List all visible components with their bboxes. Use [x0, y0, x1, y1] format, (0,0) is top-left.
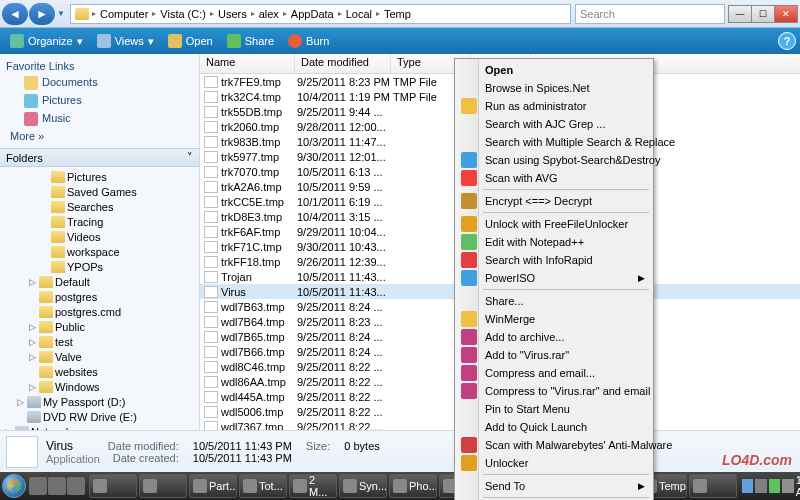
address-bar[interactable]: ▸Computer▸Vista (C:)▸Users▸alex▸AppData▸… — [70, 4, 571, 24]
tree-node[interactable]: postgres — [0, 289, 199, 304]
context-menu-item[interactable]: Scan using Spybot-Search&Destroy — [457, 151, 651, 169]
more-link[interactable]: More » — [6, 128, 193, 144]
context-menu-item[interactable]: Search with InfoRapid — [457, 251, 651, 269]
tree-node[interactable]: postgres.cmd — [0, 304, 199, 319]
help-button[interactable]: ? — [778, 32, 796, 50]
context-menu-item[interactable]: Scan with AVG — [457, 169, 651, 187]
context-menu-item[interactable]: Search with Multiple Search & Replace — [457, 133, 651, 151]
breadcrumb-segment[interactable]: Users — [215, 5, 250, 23]
column-name[interactable]: Name — [200, 54, 295, 73]
folder-icon — [51, 216, 65, 228]
tree-node[interactable]: workspace — [0, 244, 199, 259]
tree-node[interactable]: Saved Games — [0, 184, 199, 199]
favorite-link[interactable]: Documents — [6, 74, 193, 92]
nav-back-button[interactable]: ◄ — [2, 3, 28, 25]
expand-icon[interactable]: ▷ — [4, 427, 13, 430]
context-menu-item[interactable]: Encrypt <==> Decrypt — [457, 192, 651, 210]
context-menu-item[interactable]: Add to Quick Launch — [457, 418, 651, 436]
favorite-link[interactable]: Pictures — [6, 92, 193, 110]
nav-forward-button[interactable]: ► — [29, 3, 55, 25]
file-date: 9/25/2011 8:24 ... — [297, 331, 393, 343]
context-menu-item[interactable]: Scan with Malwarebytes' Anti-Malware — [457, 436, 651, 454]
expand-icon[interactable]: ▷ — [28, 337, 37, 347]
breadcrumb-segment[interactable]: Computer — [97, 5, 151, 23]
context-menu-item[interactable]: Share... — [457, 292, 651, 310]
search-input[interactable]: Search — [575, 4, 725, 24]
system-tray[interactable]: 12:06 AM — [738, 474, 800, 498]
views-button[interactable]: Views ▾ — [91, 32, 160, 50]
context-menu-item[interactable]: Compress and email... — [457, 364, 651, 382]
file-date: 9/26/2011 12:39... — [297, 256, 393, 268]
tree-node[interactable]: ▷Public — [0, 319, 199, 334]
tree-node[interactable]: ▷test — [0, 334, 199, 349]
taskbar-item[interactable]: 2 M... — [289, 474, 337, 498]
context-menu-item[interactable]: Search with AJC Grep ... — [457, 115, 651, 133]
taskbar-item[interactable] — [139, 474, 187, 498]
tree-node[interactable]: DVD RW Drive (E:) — [0, 409, 199, 424]
context-menu-item[interactable]: WinMerge — [457, 310, 651, 328]
close-button[interactable]: ✕ — [774, 5, 798, 23]
taskbar-item[interactable]: Tot... — [239, 474, 287, 498]
organize-button[interactable]: Organize ▾ — [4, 32, 89, 50]
tree-node[interactable]: Pictures — [0, 169, 199, 184]
breadcrumb-segment[interactable]: Vista (C:) — [157, 5, 209, 23]
file-name: wdl8C46.tmp — [221, 361, 297, 373]
context-menu-item[interactable]: Pin to Start Menu — [457, 400, 651, 418]
tree-node[interactable]: YPOPs — [0, 259, 199, 274]
share-button[interactable]: Share — [221, 32, 280, 50]
context-menu-item[interactable]: Unlock with FreeFileUnlocker — [457, 215, 651, 233]
favorite-link[interactable]: Music — [6, 110, 193, 128]
breadcrumb-segment[interactable]: Local — [343, 5, 375, 23]
context-menu-item[interactable]: Open — [457, 61, 651, 79]
expand-icon[interactable]: ▷ — [16, 397, 25, 407]
tree-node[interactable]: ▷Valve — [0, 349, 199, 364]
folders-header[interactable]: Folders˅ — [0, 148, 199, 167]
tree-node[interactable]: Searches — [0, 199, 199, 214]
expand-icon[interactable]: ▷ — [28, 322, 37, 332]
tray-icon[interactable] — [769, 479, 780, 493]
context-menu-item[interactable]: Send To▶ — [457, 477, 651, 495]
menu-item-label: Compress to "Virus.rar" and email — [485, 385, 650, 397]
context-menu-item[interactable]: Add to "Virus.rar" — [457, 346, 651, 364]
tree-node[interactable]: Videos — [0, 229, 199, 244]
clock[interactable]: 12:06 AM — [796, 474, 800, 498]
tree-node[interactable]: Tracing — [0, 214, 199, 229]
expand-icon[interactable]: ▷ — [28, 382, 37, 392]
tray-icon[interactable] — [742, 479, 753, 493]
context-menu-item[interactable]: Edit with Notepad++ — [457, 233, 651, 251]
tree-node[interactable]: ▷Windows — [0, 379, 199, 394]
quick-launch-item[interactable] — [48, 477, 66, 495]
minimize-button[interactable]: — — [728, 5, 752, 23]
tree-node[interactable]: ▷Network — [0, 424, 199, 430]
tree-node[interactable]: ▷My Passport (D:) — [0, 394, 199, 409]
context-menu-item[interactable]: Browse in Spices.Net — [457, 79, 651, 97]
breadcrumb-segment[interactable]: AppData — [288, 5, 337, 23]
breadcrumb-segment[interactable]: alex — [256, 5, 282, 23]
expand-icon[interactable]: ▷ — [28, 352, 37, 362]
quick-launch-item[interactable] — [67, 477, 85, 495]
context-menu-item[interactable]: Compress to "Virus.rar" and email — [457, 382, 651, 400]
favorite-icon — [24, 94, 38, 108]
context-menu-item[interactable]: Add to archive... — [457, 328, 651, 346]
context-menu-item[interactable]: Unlocker — [457, 454, 651, 472]
nav-history-dropdown[interactable]: ▼ — [56, 3, 66, 25]
context-menu-item[interactable]: PowerISO▶ — [457, 269, 651, 287]
taskbar-item[interactable]: Pho... — [389, 474, 437, 498]
taskbar-item[interactable]: Syn... — [339, 474, 387, 498]
taskbar-item[interactable]: Part... — [189, 474, 237, 498]
expand-icon[interactable]: ▷ — [28, 277, 37, 287]
breadcrumb-segment[interactable]: Temp — [381, 5, 414, 23]
tray-icon[interactable] — [755, 479, 766, 493]
context-menu-item[interactable]: Run as administrator — [457, 97, 651, 115]
start-button[interactable] — [2, 472, 26, 500]
taskbar-item[interactable] — [689, 474, 737, 498]
open-button[interactable]: Open — [162, 32, 219, 50]
burn-button[interactable]: Burn — [282, 32, 335, 50]
tree-node[interactable]: websites — [0, 364, 199, 379]
volume-icon[interactable] — [782, 479, 793, 493]
maximize-button[interactable]: ☐ — [751, 5, 775, 23]
column-date[interactable]: Date modified — [295, 54, 391, 73]
tree-node[interactable]: ▷Default — [0, 274, 199, 289]
quick-launch-item[interactable] — [29, 477, 47, 495]
taskbar-item[interactable] — [89, 474, 137, 498]
